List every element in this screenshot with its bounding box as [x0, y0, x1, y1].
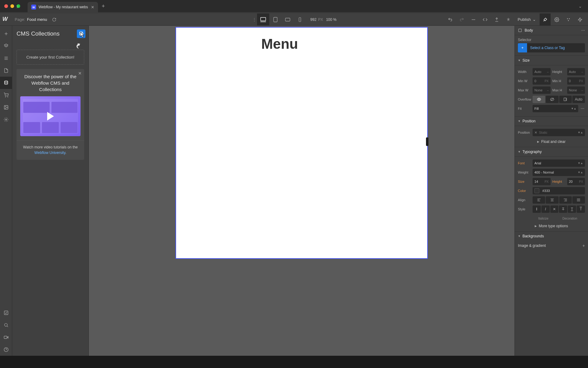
new-tab-button[interactable]: + [102, 3, 105, 10]
chevron-down-icon: ⌄ [533, 17, 536, 22]
overflow-buttons: Auto [533, 96, 585, 103]
search-rail-icon[interactable] [0, 319, 12, 331]
add-element-icon[interactable] [0, 28, 12, 40]
ecommerce-icon[interactable] [0, 89, 12, 101]
style-tab-icon[interactable] [540, 13, 551, 26]
textstyle-buttons: I I ✕ T T T [533, 205, 585, 213]
minw-input[interactable]: 0PX [533, 77, 551, 85]
export-icon[interactable] [491, 13, 502, 26]
window-close-dot[interactable] [4, 4, 8, 8]
svg-rect-28 [4, 311, 8, 315]
tabstrip-chevron-icon[interactable]: ⌄ [579, 4, 585, 9]
bg-image-gradient-label: Image & gradient [518, 243, 546, 248]
audit-icon[interactable] [503, 13, 514, 26]
fontsize-input[interactable]: 14PX [533, 178, 551, 185]
decoration-underline[interactable]: T [568, 205, 576, 213]
left-rail [0, 26, 12, 356]
svg-rect-9 [299, 17, 301, 22]
weight-select[interactable]: 400 - Normal▼▲ [533, 169, 585, 176]
publish-button[interactable]: Publish ⌄ [514, 17, 539, 22]
more-type-toggle[interactable]: ▶More type options [515, 222, 588, 232]
webflow-logo-icon[interactable]: W [2, 16, 10, 23]
navigator-icon[interactable] [0, 52, 12, 64]
canvas-resize-handle[interactable] [426, 137, 428, 146]
assets-icon[interactable] [0, 101, 12, 113]
height-input[interactable]: Auto– [567, 68, 585, 75]
top-toolbar: W Page: Food menu ⋮ 992 PX 100 % [0, 13, 588, 26]
settings-rail-icon[interactable] [0, 113, 12, 126]
svg-rect-38 [518, 29, 521, 32]
settings-tab-icon[interactable] [551, 13, 562, 26]
video-thumbnail[interactable] [20, 96, 81, 136]
university-link[interactable]: Webflow University [34, 151, 65, 155]
svg-point-39 [538, 99, 540, 100]
help-rail-icon[interactable] [0, 343, 12, 356]
decoration-overline[interactable]: T [577, 205, 585, 213]
width-input[interactable]: Auto– [533, 68, 551, 75]
undo-button[interactable] [445, 13, 456, 26]
components-icon[interactable] [0, 64, 12, 77]
fit-select[interactable]: Fill▼▲ [533, 105, 578, 112]
overflow-hidden[interactable] [546, 96, 558, 103]
align-center[interactable] [546, 196, 558, 204]
stylemanager-tab-icon[interactable] [563, 13, 574, 26]
interactions-tab-icon[interactable] [575, 13, 586, 26]
position-select[interactable]: ✕Static ▼▲ [533, 129, 585, 136]
float-clear-toggle[interactable]: ▶Float and clear [515, 138, 588, 147]
create-collection-button[interactable] [77, 29, 85, 38]
bg-add-button[interactable]: + [582, 243, 585, 248]
page-refresh-icon[interactable] [52, 17, 56, 22]
selector-input[interactable]: + Select a Class or Tag [518, 43, 585, 52]
breakpoint-landscape[interactable] [281, 13, 294, 26]
window-min-dot[interactable] [10, 4, 14, 8]
maxw-input[interactable]: None– [533, 86, 551, 94]
code-icon[interactable] [480, 13, 491, 26]
decoration-none[interactable]: ✕ [550, 205, 559, 213]
video-rail-icon[interactable] [0, 331, 12, 343]
comments-icon[interactable] [468, 13, 479, 26]
breakpoint-tablet[interactable] [269, 13, 281, 26]
canvas-heading[interactable]: Menu [176, 28, 427, 52]
maxh-input[interactable]: None– [567, 86, 585, 94]
svg-point-26 [5, 106, 6, 107]
section-size[interactable]: ▼Size [515, 56, 588, 65]
color-input[interactable]: #333 [533, 187, 585, 194]
style-italic[interactable]: I [541, 205, 550, 213]
tab-close-icon[interactable]: ✕ [91, 5, 94, 10]
overflow-visible[interactable] [533, 96, 545, 103]
breakpoint-menu-icon[interactable]: ⋮ [251, 17, 257, 22]
redo-button[interactable] [456, 13, 467, 26]
svg-point-15 [569, 18, 570, 19]
info-close-icon[interactable]: ✕ [78, 71, 82, 76]
canvas[interactable]: Menu [176, 28, 427, 258]
decoration-strike[interactable]: T [559, 205, 567, 213]
breakpoint-desktop[interactable] [257, 13, 269, 26]
svg-point-10 [472, 19, 473, 20]
body-icon [518, 28, 522, 33]
selector-add-icon[interactable]: + [518, 43, 527, 52]
section-typography[interactable]: ▼Typography [515, 147, 588, 157]
lineheight-input[interactable]: 20PX [567, 178, 585, 185]
align-left[interactable] [533, 196, 545, 204]
overflow-scroll[interactable] [559, 96, 572, 103]
checkbox-icon[interactable] [0, 307, 12, 319]
forward-button[interactable] [15, 4, 21, 10]
section-position[interactable]: ▼Position [515, 117, 588, 126]
page-name[interactable]: Food menu [27, 17, 47, 22]
fit-more-icon[interactable]: ⋯ [580, 106, 585, 111]
align-right[interactable] [559, 196, 572, 204]
canvas-zoom[interactable]: 100 % [326, 17, 337, 22]
minh-input[interactable]: 0PX [567, 77, 585, 85]
cms-icon[interactable] [0, 77, 12, 89]
style-regular[interactable]: I [533, 205, 541, 213]
breadcrumb[interactable]: Body [525, 28, 579, 33]
font-select[interactable]: Arial▼▲ [533, 159, 585, 167]
overflow-auto[interactable]: Auto [572, 96, 585, 103]
pages-icon[interactable] [0, 40, 12, 52]
section-backgrounds[interactable]: ▼Backgrounds [515, 232, 588, 241]
breadcrumb-menu-icon[interactable]: ⋯ [581, 28, 585, 33]
align-justify[interactable] [572, 196, 585, 204]
create-collection-hint[interactable]: Create your first Collection! [17, 50, 84, 65]
breakpoint-mobile[interactable] [294, 13, 306, 26]
browser-tab[interactable]: w Webflow - My restaurant webs ✕ [28, 2, 98, 12]
